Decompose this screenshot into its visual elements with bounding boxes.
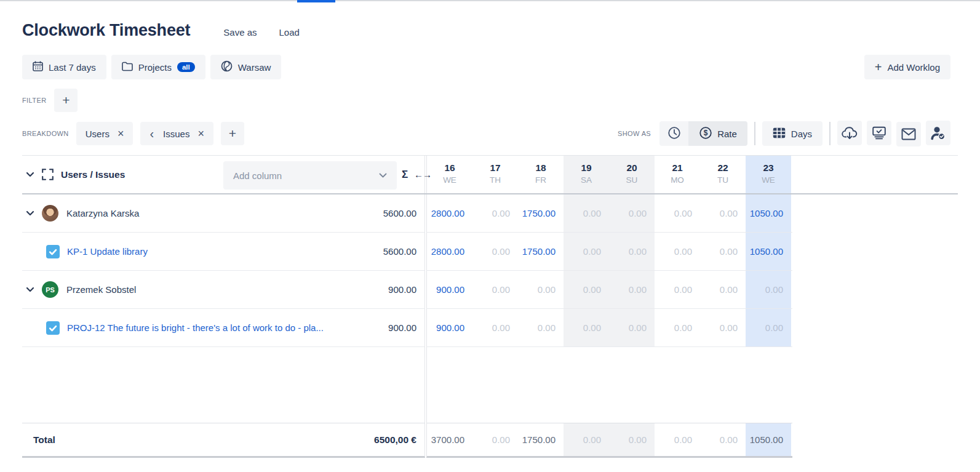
day-value-cell[interactable]: 0.00 xyxy=(700,233,746,270)
table-grid-icon xyxy=(773,127,786,140)
projects-label: Projects xyxy=(138,62,172,73)
show-as-rate-option[interactable]: $ Rate xyxy=(688,121,747,146)
timesheet-table: Users / Issues Add column Σ ←→ 16WE17TH1… xyxy=(22,155,958,458)
day-values: 2800.000.001750.000.000.000.000.001050.0… xyxy=(426,194,792,233)
day-value-cell[interactable]: 0.00 xyxy=(472,309,518,346)
projects-button[interactable]: Projects all xyxy=(111,55,205,79)
timezone-button[interactable]: Warsaw xyxy=(210,55,282,79)
day-value-cell[interactable]: 0.00 xyxy=(655,309,700,346)
expand-columns-arrows[interactable]: ←→ xyxy=(414,169,458,180)
close-icon[interactable]: × xyxy=(118,128,124,139)
day-column-header: 17TH xyxy=(472,156,518,193)
date-range-label: Last 7 days xyxy=(49,62,96,73)
save-as-link[interactable]: Save as xyxy=(223,27,257,38)
breakdown-chip-users[interactable]: Users × xyxy=(76,122,133,145)
day-value-cell[interactable]: 0.00 xyxy=(655,233,700,270)
title-row: Clockwork Timesheet Save as Load xyxy=(22,21,958,40)
chevron-down-icon[interactable] xyxy=(26,172,34,177)
show-as-time-option[interactable] xyxy=(659,121,688,146)
day-value-cell[interactable]: 1050.00 xyxy=(746,194,791,232)
add-breakdown-button[interactable]: + xyxy=(221,122,244,145)
day-value-cell[interactable]: 900.00 xyxy=(427,309,472,346)
task-type-icon xyxy=(46,245,60,258)
total-day-value: 1050.00 xyxy=(746,423,791,456)
chevron-down-icon xyxy=(379,173,387,178)
day-value-cell[interactable]: 0.00 xyxy=(700,271,746,308)
day-value-cell[interactable]: 0.00 xyxy=(609,309,655,346)
day-number: 17 xyxy=(472,162,518,174)
day-column-header: 20SU xyxy=(609,156,655,193)
days-button[interactable]: Days xyxy=(762,121,823,146)
day-value-cell[interactable]: 0.00 xyxy=(700,194,746,232)
user-check-button[interactable] xyxy=(926,121,950,145)
cloud-download-button[interactable] xyxy=(837,121,862,145)
day-value-cell[interactable]: 0.00 xyxy=(564,233,609,270)
day-value-cell[interactable]: 0.00 xyxy=(655,194,700,232)
day-value-cell[interactable]: 0.00 xyxy=(700,309,746,346)
day-value-cell[interactable]: 0.00 xyxy=(472,233,518,270)
day-values: 2800.000.001750.000.000.000.000.001050.0… xyxy=(426,233,792,271)
add-filter-button[interactable]: + xyxy=(54,89,78,112)
clockwork-timesheet-page: Clockwork Timesheet Save as Load Last 7 … xyxy=(0,21,980,458)
issue-link[interactable]: KP-1 Update library xyxy=(67,246,148,257)
load-link[interactable]: Load xyxy=(279,27,300,38)
day-value-cell[interactable]: 1750.00 xyxy=(518,233,564,270)
day-value-cell[interactable]: 900.00 xyxy=(427,271,472,308)
top-accent-bar xyxy=(297,0,335,2)
close-icon[interactable]: × xyxy=(197,128,204,139)
day-column-header: 19SA xyxy=(564,156,609,193)
day-number: 23 xyxy=(746,162,791,174)
issue-link[interactable]: PROJ-12 The future is bright - there's a… xyxy=(67,322,324,333)
add-worklog-label: Add Worklog xyxy=(887,62,940,73)
chevron-down-icon[interactable] xyxy=(26,287,34,292)
breakdown-chip-issues[interactable]: ‹ Issues × xyxy=(140,122,213,145)
screen-check-button[interactable] xyxy=(867,121,891,145)
day-value-cell[interactable]: 2800.00 xyxy=(427,194,472,232)
calendar-icon xyxy=(33,61,43,73)
day-value-cell[interactable]: 0.00 xyxy=(746,309,791,346)
day-value-cell[interactable]: 0.00 xyxy=(564,271,609,308)
table-row: Katarzyna Karska5600.002800.000.001750.0… xyxy=(22,194,958,233)
total-row: Total 6500,00 € 3700.000.001750.000.000.… xyxy=(22,423,958,458)
day-value-cell[interactable]: 2800.00 xyxy=(427,233,472,270)
date-range-button[interactable]: Last 7 days xyxy=(22,55,106,79)
day-column-header: 21MO xyxy=(655,156,700,193)
day-value-cell[interactable]: 0.00 xyxy=(518,309,564,346)
day-value-cell[interactable]: 0.00 xyxy=(564,309,609,346)
day-value-cell[interactable]: 0.00 xyxy=(564,194,609,232)
envelope-button[interactable] xyxy=(896,122,921,146)
globe-icon xyxy=(221,60,233,74)
toolbar: Last 7 days Projects all Warsaw + Add Wo… xyxy=(22,55,958,79)
day-value-cell[interactable]: 0.00 xyxy=(472,194,518,232)
day-value-cell[interactable]: 0.00 xyxy=(518,271,564,308)
add-column-select[interactable]: Add column xyxy=(223,161,397,190)
timezone-label: Warsaw xyxy=(238,62,271,73)
header-filler xyxy=(792,156,958,193)
chevron-left-icon[interactable]: ‹ xyxy=(149,127,154,140)
expand-icon[interactable] xyxy=(42,169,54,180)
day-abbr: TU xyxy=(700,175,746,185)
total-day-value: 0.00 xyxy=(609,423,655,456)
day-value-cell[interactable]: 0.00 xyxy=(655,271,700,308)
total-label: Total xyxy=(26,434,55,446)
divider xyxy=(754,122,755,145)
day-value-cell[interactable]: 0.00 xyxy=(609,194,655,232)
day-column-header: 23WE xyxy=(746,156,791,193)
add-worklog-button[interactable]: + Add Worklog xyxy=(864,55,950,79)
day-value-cell[interactable]: 0.00 xyxy=(746,271,791,308)
day-value-cell[interactable]: 1050.00 xyxy=(746,233,791,270)
day-value-cell[interactable]: 0.00 xyxy=(609,271,655,308)
table-row: KP-1 Update library5600.002800.000.00175… xyxy=(22,233,958,271)
grand-total-value: 6500,00 € xyxy=(374,434,424,446)
clock-icon xyxy=(667,126,681,142)
day-value-cell[interactable]: 1750.00 xyxy=(518,194,564,232)
user-check-icon xyxy=(931,126,946,140)
day-number: 21 xyxy=(655,162,700,174)
sum-toggle[interactable]: Σ xyxy=(402,169,408,181)
day-value-cell[interactable]: 0.00 xyxy=(472,271,518,308)
chevron-down-icon[interactable] xyxy=(26,210,34,216)
day-value-cell[interactable]: 0.00 xyxy=(609,233,655,270)
user-name: Przemek Sobstel xyxy=(66,284,136,295)
empty-area xyxy=(22,347,958,423)
row-filler xyxy=(792,309,958,347)
